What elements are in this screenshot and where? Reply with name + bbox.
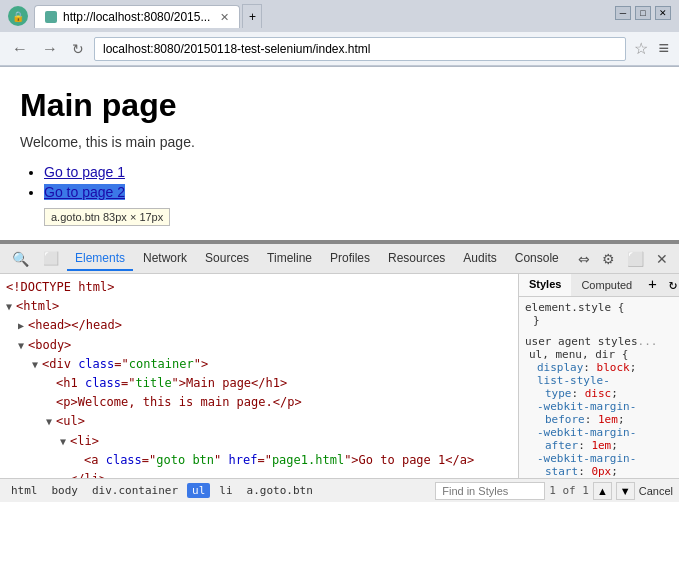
tab-profiles[interactable]: Profiles	[322, 247, 378, 271]
find-in-styles-input[interactable]	[435, 482, 545, 500]
style-prop: -webkit-margin-	[529, 426, 673, 439]
link-item-2: Go to page 2	[44, 184, 659, 200]
tab-computed[interactable]: Computed	[571, 274, 642, 296]
browser-chrome: 🔒 http://localhost:8080/2015... ✕ + ─ □ …	[0, 0, 679, 67]
user-agent-props: ul, menu, dir { display: block; list-sty…	[525, 348, 673, 478]
doctype-tag: <!DOCTYPE html>	[6, 280, 114, 294]
browser-icon: 🔒	[8, 6, 28, 26]
styles-refresh-btn[interactable]: ↻	[663, 274, 679, 296]
forward-btn[interactable]: →	[38, 38, 62, 60]
breadcrumb-container[interactable]: div.container	[87, 483, 183, 498]
style-prop: list-style-	[529, 374, 673, 387]
devtools-panel: 🔍 ⬜ Elements Network Sources Timeline Pr…	[0, 242, 679, 502]
html-line: </li>	[0, 470, 518, 478]
style-prop: type: disc;	[529, 387, 673, 400]
styles-tabs: Styles Computed + ↻	[519, 274, 679, 297]
style-prop: before: 1em;	[529, 413, 673, 426]
style-prop: -webkit-margin-	[529, 400, 673, 413]
page-links: Go to page 1 Go to page 2	[20, 164, 659, 200]
search-prev-btn[interactable]: ▲	[593, 482, 612, 500]
style-prop: -webkit-margin-	[529, 452, 673, 465]
html-line: ▶<head></head>	[0, 316, 518, 335]
tab-console[interactable]: Console	[507, 247, 567, 271]
html-line: ▼<div class="container">	[0, 355, 518, 374]
devtools-main: <!DOCTYPE html> ▼<html> ▶<head></head> ▼…	[0, 274, 679, 478]
breadcrumb-li[interactable]: li	[214, 483, 237, 498]
tab-title: http://localhost:8080/2015...	[63, 10, 210, 24]
minimize-btn[interactable]: ─	[615, 6, 631, 20]
devtools-bottom-bar: html body div.container ul li a.goto.btn…	[0, 478, 679, 502]
page-title: Main page	[20, 87, 659, 124]
new-tab-btn[interactable]: +	[242, 4, 262, 28]
title-bar: 🔒 http://localhost:8080/2015... ✕ + ─ □ …	[0, 0, 679, 32]
devtools-inspect-btn[interactable]: ⬜	[37, 249, 65, 268]
tab-audits[interactable]: Audits	[455, 247, 504, 271]
link-page2[interactable]: Go to page 2	[44, 184, 125, 200]
menu-icon[interactable]: ≡	[656, 36, 671, 61]
html-panel[interactable]: <!DOCTYPE html> ▼<html> ▶<head></head> ▼…	[0, 274, 519, 478]
devtools-layout-btn[interactable]: ⬜	[622, 249, 649, 269]
tab-resources[interactable]: Resources	[380, 247, 453, 271]
back-btn[interactable]: ←	[8, 38, 32, 60]
html-line: ▼<html>	[0, 297, 518, 316]
styles-add-btn[interactable]: +	[642, 274, 662, 296]
tab-elements[interactable]: Elements	[67, 247, 133, 271]
element-style-close: }	[525, 314, 673, 327]
devtools-close-btn[interactable]: ✕	[651, 249, 673, 269]
tab-sources[interactable]: Sources	[197, 247, 257, 271]
devtools-toolbar: 🔍 ⬜ Elements Network Sources Timeline Pr…	[0, 244, 679, 274]
styles-panel: Styles Computed + ↻ element.style { } us…	[519, 274, 679, 478]
close-btn[interactable]: ✕	[655, 6, 671, 20]
html-line: ▼<body>	[0, 336, 518, 355]
breadcrumb-a[interactable]: a.goto.btn	[242, 483, 318, 498]
link-tooltip: a.goto.btn 83px × 17px	[44, 208, 170, 226]
link-item-1: Go to page 1	[44, 164, 659, 180]
styles-content: element.style { } user agent styles... u…	[519, 297, 679, 478]
bookmark-icon[interactable]: ☆	[632, 37, 650, 60]
cancel-btn[interactable]: Cancel	[639, 485, 673, 497]
style-prop: display: block;	[529, 361, 673, 374]
breadcrumb-body[interactable]: body	[47, 483, 84, 498]
style-prop: start: 0px;	[529, 465, 673, 478]
maximize-btn[interactable]: □	[635, 6, 651, 20]
tab-close-btn[interactable]: ✕	[220, 11, 229, 24]
html-line: <!DOCTYPE html>	[0, 278, 518, 297]
devtools-search-btn[interactable]: 🔍	[6, 249, 35, 269]
search-count: 1 of 1	[549, 484, 589, 497]
tab-favicon	[45, 11, 57, 23]
breadcrumb-ul[interactable]: ul	[187, 483, 210, 498]
refresh-btn[interactable]: ↻	[68, 39, 88, 59]
devtools-dock-btn[interactable]: ⇔	[573, 249, 595, 269]
nav-bar: ← → ↻ ☆ ≡	[0, 32, 679, 66]
breadcrumb-html[interactable]: html	[6, 483, 43, 498]
devtools-settings-btn[interactable]: ⚙	[597, 249, 620, 269]
address-bar[interactable]	[94, 37, 626, 61]
search-next-btn[interactable]: ▼	[616, 482, 635, 500]
page-subtitle: Welcome, this is main page.	[20, 134, 659, 150]
style-prop: after: 1em;	[529, 439, 673, 452]
tab-styles[interactable]: Styles	[519, 274, 571, 296]
link-page1[interactable]: Go to page 1	[44, 164, 125, 180]
html-line: ▼<ul>	[0, 412, 518, 431]
tab-network[interactable]: Network	[135, 247, 195, 271]
tab-timeline[interactable]: Timeline	[259, 247, 320, 271]
window-controls: ─ □ ✕	[615, 6, 671, 20]
html-line: <h1 class="title">Main page</h1>	[0, 374, 518, 393]
browser-tab[interactable]: http://localhost:8080/2015... ✕	[34, 5, 240, 28]
page-content: Main page Welcome, this is main page. Go…	[0, 67, 679, 242]
html-line: <a class="goto btn" href="page1.html">Go…	[0, 451, 518, 470]
style-prop: ul, menu, dir {	[529, 348, 673, 361]
element-style-label: element.style {	[525, 301, 673, 314]
user-agent-label: user agent styles...	[525, 335, 673, 348]
user-agent-section: user agent styles... ul, menu, dir { dis…	[525, 335, 673, 478]
search-bar: 1 of 1 ▲ ▼ Cancel	[435, 482, 673, 500]
html-line: ▼<li>	[0, 432, 518, 451]
element-style-section: element.style { }	[525, 301, 673, 327]
html-line: <p>Welcome, this is main page.</p>	[0, 393, 518, 412]
